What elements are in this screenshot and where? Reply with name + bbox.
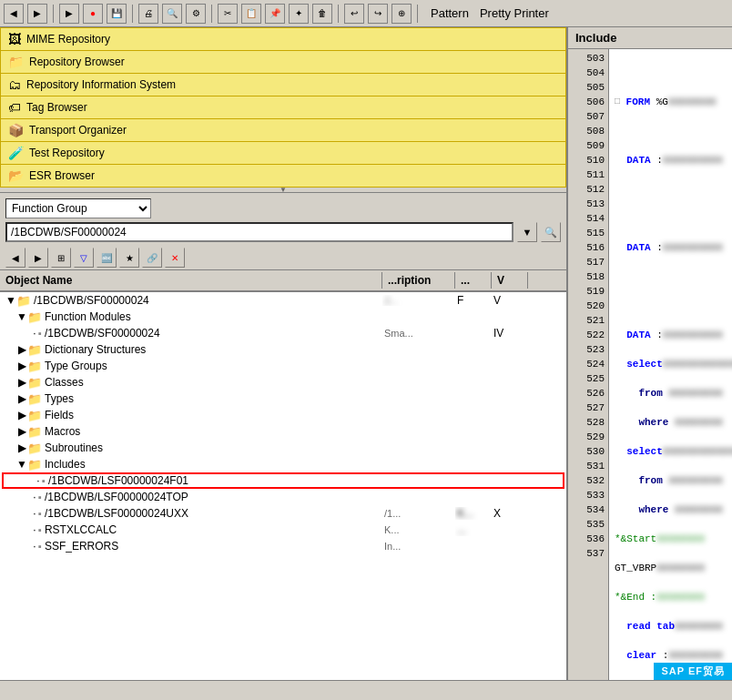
classes-label: Classes [45,376,84,389]
ln-525: 525 [572,371,605,386]
status-bar [0,680,732,700]
ln-524: 524 [572,357,605,371]
toggle-inc2: · [31,491,38,503]
tree-row-inc1[interactable]: · ▪ /1BCDWB/LSF00000024F01 [2,472,564,489]
tree-row-inc3[interactable]: · ▪ /1BCDWB/LSF00000024UXX /1... K... X [0,505,566,522]
tree-row-typegroups[interactable]: ▶ 📁 Type Groups [0,358,566,374]
ln-536: 536 [572,532,605,546]
tree-filter-btn[interactable]: ▽ [74,248,94,268]
nav-test-repo[interactable]: 🧪 Test Repository [0,141,566,164]
nav3-button[interactable]: ⊕ [391,4,412,24]
typegroups-label: Type Groups [45,360,107,372]
ln-523: 523 [572,342,605,357]
tree-link-btn[interactable]: 🔗 [142,248,162,268]
execute-button[interactable]: ▶ [59,4,79,24]
inc2-label: /1BCDWB/LSF00000024TOP [45,491,188,503]
tree-row-subroutines[interactable]: ▶ 📁 Subroutines [0,440,566,456]
back-button[interactable]: ◀ [4,4,24,24]
tree-row-inc5[interactable]: · ▪ SSF_ERRORS In... [0,538,566,554]
nav-esr-browser[interactable]: 📂 ESR Browser [0,164,566,188]
code-514: from XXXXXXXXX [615,386,727,401]
tree-sort-btn[interactable]: 🔤 [97,248,117,268]
tree-back-btn[interactable]: ◀ [5,248,25,268]
tree-row-inc4[interactable]: · ▪ RSTXLCCALC K... ... [0,522,566,538]
ln-532: 532 [572,473,605,488]
tree-row-includes[interactable]: ▼ 📁 Includes [0,456,566,472]
code-content[interactable]: □ FORM %GXXXXXXXX DATA :XXXXXXXXXX DATA … [609,49,732,700]
ln-515: 515 [572,226,605,240]
esr-label: ESR Browser [29,169,95,182]
toggle-fields[interactable]: ▶ [16,409,27,421]
tree-forward-btn[interactable]: ▶ [28,248,48,268]
toggle-macros[interactable]: ▶ [16,425,27,438]
ln-528: 528 [572,415,605,430]
tree-row-classes[interactable]: ▶ 📁 Classes [0,374,566,391]
toggle-types[interactable]: ▶ [16,392,27,405]
test-repo-label: Test Repository [29,147,105,159]
tree-row-fields[interactable]: ▶ 📁 Fields [0,407,566,423]
stop-button[interactable]: ● [83,4,103,24]
col-object-name: Object Name [0,272,382,289]
ln-517: 517 [572,255,605,269]
func1-col2: Sma... [382,328,455,339]
tree-row-inc2[interactable]: · ▪ /1BCDWB/LSF00000024TOP [0,489,566,505]
ln-522: 522 [572,328,605,342]
paste-button[interactable]: 📌 [265,4,285,24]
macros-label: Macros [45,425,80,438]
nav1-button[interactable]: ↩ [344,4,364,24]
toggle-includes[interactable]: ▼ [16,458,27,471]
nav-tag-browser[interactable]: 🏷 Tag Browser [0,96,566,118]
forward-button[interactable]: ▶ [27,4,47,24]
cut-button[interactable]: ✂ [218,4,238,24]
tree-row-func-modules[interactable]: ▼ 📁 Function Modules [0,309,566,325]
toggle-subroutines[interactable]: ▶ [16,441,27,454]
find-button[interactable]: 🔍 [162,4,182,24]
toggle-func-modules[interactable]: ▼ [16,310,27,323]
nav-mime[interactable]: 🖼 MIME Repository [0,27,566,50]
inc1-label: /1BCDWB/LSF00000024F01 [48,474,188,487]
toolbar-sep4 [338,5,339,23]
save-button[interactable]: 💾 [107,4,127,24]
fg-search-btn[interactable]: 🔍 [541,222,561,242]
fields-icon: 📁 [27,409,42,422]
toggle-typegroups[interactable]: ▶ [16,360,27,372]
inc3-col4: X [492,507,528,520]
copy-button[interactable]: 📋 [241,4,261,24]
left-panel: 🖼 MIME Repository 📁 Repository Browser 🗂… [0,27,568,700]
toggle-inc5: · [31,540,38,553]
ln-503: 503 [572,51,605,66]
tree-row-dict[interactable]: ▶ 📁 Dictionary Structures [0,341,566,358]
nav-repo-info[interactable]: 🗂 Repository Information System [0,73,566,96]
nav-repo-browser[interactable]: 📁 Repository Browser [0,50,566,73]
delete-button[interactable]: 🗑 [312,4,332,24]
fg-dropdown-btn[interactable]: ▼ [517,222,537,242]
subroutines-label: Subroutines [45,441,103,454]
tree-row-macros[interactable]: ▶ 📁 Macros [0,423,566,440]
toolbar-sep3 [211,5,212,23]
code-515: where XXXXXXXX [615,415,727,430]
fg-select[interactable]: Function Group [5,198,151,218]
tree-close-btn[interactable]: ✕ [165,248,185,268]
func-modules-label: Function Modules [45,310,131,323]
nav-transport[interactable]: 📦 Transport Organizer [0,118,566,141]
tree-row-func1[interactable]: · ▪ /1BCDWB/SF00000024 Sma... IV [0,325,566,341]
toggle-dict[interactable]: ▶ [16,343,27,356]
settings-button[interactable]: ⚙ [186,4,206,24]
fg-path-input[interactable] [5,222,513,242]
subroutines-icon: 📁 [27,441,42,455]
new-button[interactable]: ✦ [289,4,309,24]
inc3-icon: ▪ [38,508,42,519]
pattern-label: Pattern [431,6,469,20]
tree-star-btn[interactable]: ★ [119,248,139,268]
nav2-button[interactable]: ↪ [368,4,388,24]
toggle-root[interactable]: ▼ [5,294,16,307]
include-title: Include [575,31,617,45]
tree-row-root[interactable]: ▼ 📁 /1BCDWB/SF00000024 J... F V [0,292,566,309]
root-col2: J... [382,295,455,306]
print-button[interactable]: 🖨 [138,4,158,24]
tree-expand-btn[interactable]: ⊞ [51,248,71,268]
inc4-label: RSTXLCCALC [45,523,117,536]
toggle-classes[interactable]: ▶ [16,376,27,389]
tree-row-types[interactable]: ▶ 📁 Types [0,391,566,407]
transport-label: Transport Organizer [29,124,127,137]
